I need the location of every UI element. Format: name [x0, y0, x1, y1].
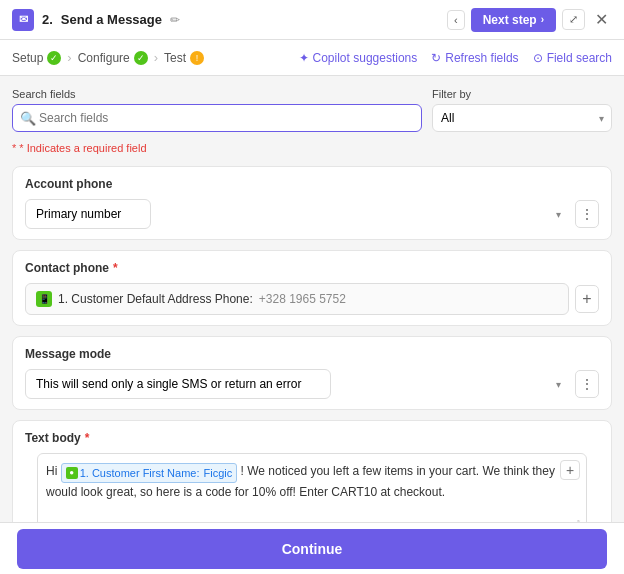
tag-label: 1. Customer First Name:: [80, 465, 200, 482]
header-title: Send a Message: [61, 12, 162, 27]
prev-btn[interactable]: ‹: [447, 10, 465, 30]
contact-value-num: +328 1965 5752: [259, 292, 346, 306]
message-mode-section: Message mode This will send only a singl…: [12, 336, 612, 410]
copilot-button[interactable]: ✦ Copilot suggestions: [299, 51, 418, 65]
header: ✉ 2. Send a Message ✏ ‹ Next step › ⤢ ✕: [0, 0, 624, 40]
required-note: * * Indicates a required field: [12, 142, 612, 154]
main-content: Search fields 🔍 Filter by All ▾ * * Indi…: [0, 76, 624, 522]
continue-button[interactable]: Continue: [17, 529, 607, 569]
message-mode-dropdown-wrap: This will send only a single SMS or retu…: [25, 369, 569, 399]
text-body-add-button[interactable]: +: [560, 460, 580, 480]
copilot-label: Copilot suggestions: [313, 51, 418, 65]
account-phone-caret-icon: ▾: [556, 209, 561, 220]
header-step-num: 2.: [42, 12, 53, 27]
step-configure-label: Configure: [78, 51, 130, 65]
filter-select[interactable]: All: [432, 104, 612, 132]
copilot-icon: ✦: [299, 51, 309, 65]
refresh-icon: ↻: [431, 51, 441, 65]
next-arrow-icon: ›: [541, 14, 544, 25]
header-left: ✉ 2. Send a Message ✏: [12, 9, 180, 31]
contact-phone-add-button[interactable]: +: [575, 285, 599, 313]
message-mode-caret-icon: ▾: [556, 379, 561, 390]
configure-check-icon: ✓: [134, 51, 148, 65]
next-step-label: Next step: [483, 13, 537, 27]
setup-check-icon: ✓: [47, 51, 61, 65]
arrow2: ›: [154, 50, 158, 65]
edit-icon[interactable]: ✏: [170, 13, 180, 27]
step-test-label: Test: [164, 51, 186, 65]
tag-icon: ●: [66, 467, 78, 479]
text-body-label-text: Text body: [25, 431, 81, 445]
account-phone-dropdown-wrap: Primary number ▾: [25, 199, 569, 229]
refresh-fields-button[interactable]: ↻ Refresh fields: [431, 51, 518, 65]
field-search-icon: ⊙: [533, 51, 543, 65]
text-body-section: Text body * Hi ● 1. Customer First Name:…: [12, 420, 612, 522]
contact-phone-value-box: 📱 1. Customer Default Address Phone: +32…: [25, 283, 569, 315]
message-mode-dropdown[interactable]: This will send only a single SMS or retu…: [25, 369, 331, 399]
contact-phone-value-row: 📱 1. Customer Default Address Phone: +32…: [13, 279, 611, 325]
steps-right: ✦ Copilot suggestions ↻ Refresh fields ⊙…: [299, 51, 612, 65]
contact-phone-label: Contact phone *: [13, 251, 611, 279]
app-icon: ✉: [12, 9, 34, 31]
search-icon: 🔍: [20, 111, 36, 126]
header-right: ‹ Next step › ⤢ ✕: [447, 8, 612, 32]
tag-val-text: Ficgic: [204, 465, 233, 482]
steps-left: Setup ✓ › Configure ✓ › Test !: [12, 50, 204, 65]
filter-label: Filter by: [432, 88, 612, 100]
arrow1: ›: [67, 50, 71, 65]
footer: Continue: [0, 522, 624, 574]
text-hi: Hi: [46, 464, 57, 478]
resize-handle-icon: ⤡: [576, 515, 584, 522]
step-test[interactable]: Test !: [164, 51, 204, 65]
text-body-label: Text body *: [13, 421, 611, 449]
message-mode-row: This will send only a single SMS or retu…: [13, 365, 611, 409]
message-mode-more-button[interactable]: ⋮: [575, 370, 599, 398]
next-step-button[interactable]: Next step ›: [471, 8, 556, 32]
text-body-content: Hi ● 1. Customer First Name: Ficgic ! We…: [46, 462, 578, 501]
refresh-label: Refresh fields: [445, 51, 518, 65]
message-mode-label: Message mode: [13, 337, 611, 365]
step-setup-label: Setup: [12, 51, 43, 65]
account-phone-dropdown[interactable]: Primary number: [25, 199, 151, 229]
search-fields-group: Search fields 🔍: [12, 88, 422, 132]
contact-phone-icon: 📱: [36, 291, 52, 307]
test-warn-icon: !: [190, 51, 204, 65]
search-filter-row: Search fields 🔍 Filter by All ▾: [12, 88, 612, 132]
contact-phone-section: Contact phone * 📱 1. Customer Default Ad…: [12, 250, 612, 326]
account-phone-label: Account phone: [13, 167, 611, 195]
step-configure[interactable]: Configure ✓: [78, 51, 148, 65]
contact-phone-label-text: Contact phone: [25, 261, 109, 275]
contact-required-star: *: [113, 261, 118, 275]
account-phone-section: Account phone Primary number ▾ ⋮: [12, 166, 612, 240]
customer-name-tag: ● 1. Customer First Name: Ficgic: [61, 463, 238, 484]
required-note-text: * Indicates a required field: [19, 142, 146, 154]
filter-group: Filter by All ▾: [432, 88, 612, 132]
steps-bar: Setup ✓ › Configure ✓ › Test ! ✦ Copilot…: [0, 40, 624, 76]
text-body-required-star: *: [85, 431, 90, 445]
search-input-wrap: 🔍: [12, 104, 422, 132]
close-button[interactable]: ✕: [591, 8, 612, 31]
search-label: Search fields: [12, 88, 422, 100]
step-setup[interactable]: Setup ✓: [12, 51, 61, 65]
field-search-button[interactable]: ⊙ Field search: [533, 51, 612, 65]
expand-btn[interactable]: ⤢: [562, 9, 585, 30]
search-input[interactable]: [12, 104, 422, 132]
account-phone-more-button[interactable]: ⋮: [575, 200, 599, 228]
filter-select-wrap: All ▾: [432, 104, 612, 132]
field-search-label: Field search: [547, 51, 612, 65]
contact-value-text: 1. Customer Default Address Phone:: [58, 292, 253, 306]
text-body-box[interactable]: Hi ● 1. Customer First Name: Ficgic ! We…: [37, 453, 587, 522]
account-phone-row: Primary number ▾ ⋮: [13, 195, 611, 239]
